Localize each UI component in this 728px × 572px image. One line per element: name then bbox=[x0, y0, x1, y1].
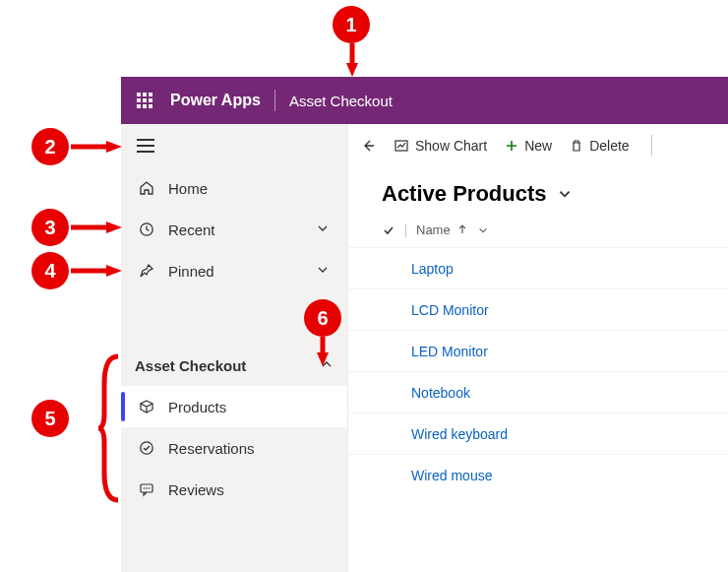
table-row[interactable]: LED Monitor bbox=[348, 330, 728, 371]
sort-up-icon bbox=[457, 224, 467, 234]
check-icon[interactable] bbox=[382, 223, 395, 237]
table-row[interactable]: Wired mouse bbox=[348, 454, 728, 495]
chevron-down-icon bbox=[557, 186, 573, 202]
brace-icon bbox=[96, 354, 120, 502]
waffle-icon bbox=[137, 93, 152, 108]
app-header: Power Apps Asset Checkout bbox=[121, 77, 728, 124]
callout-6: 6 bbox=[304, 299, 341, 337]
sidebar-item-home[interactable]: Home bbox=[121, 167, 347, 209]
arrow-left-icon bbox=[360, 138, 376, 154]
trash-icon bbox=[570, 139, 583, 153]
app-launcher-button[interactable] bbox=[121, 77, 168, 124]
app-window: Power Apps Asset Checkout Home Rec bbox=[121, 77, 728, 572]
sidebar-item-label: Recent bbox=[168, 222, 215, 238]
svg-point-3 bbox=[144, 487, 146, 489]
sidebar-item-label: Home bbox=[168, 180, 208, 197]
table-row[interactable]: Wired keyboard bbox=[348, 413, 728, 454]
hamburger-button[interactable] bbox=[137, 139, 154, 153]
brand-label: Power Apps bbox=[168, 92, 273, 109]
callout-2: 2 bbox=[31, 128, 69, 165]
view-title-label: Active Products bbox=[382, 181, 547, 207]
show-chart-button[interactable]: Show Chart bbox=[394, 138, 487, 154]
arrow-right-icon bbox=[71, 141, 122, 153]
svg-marker-8 bbox=[346, 63, 358, 77]
chevron-down-icon bbox=[316, 263, 334, 280]
delete-button[interactable]: Delete bbox=[570, 138, 629, 154]
sidebar-item-pinned[interactable]: Pinned bbox=[121, 250, 347, 291]
sidebar-item-label: Reviews bbox=[168, 481, 224, 498]
arrow-right-icon bbox=[71, 222, 122, 233]
sidebar-item-label: Pinned bbox=[168, 263, 214, 280]
chevron-down-icon[interactable] bbox=[477, 224, 489, 236]
column-header-row: Name bbox=[348, 217, 728, 247]
clock-icon bbox=[135, 222, 158, 237]
arrow-down-icon bbox=[346, 43, 358, 77]
svg-marker-10 bbox=[106, 141, 122, 153]
chevron-down-icon bbox=[316, 222, 334, 238]
callout-5: 5 bbox=[31, 400, 69, 437]
sidebar-item-reviews[interactable]: Reviews bbox=[121, 469, 347, 510]
pin-icon bbox=[135, 263, 158, 279]
sidebar-group-asset-checkout[interactable]: Asset Checkout bbox=[121, 345, 347, 386]
plus-icon bbox=[505, 139, 518, 153]
callout-3: 3 bbox=[31, 209, 69, 246]
data-grid: Laptop LCD Monitor LED Monitor Notebook … bbox=[348, 247, 728, 495]
command-label: Delete bbox=[589, 138, 629, 154]
home-icon bbox=[135, 180, 158, 196]
chart-icon bbox=[394, 138, 409, 154]
callout-4: 4 bbox=[31, 252, 69, 289]
check-circle-icon bbox=[135, 440, 158, 456]
sidebar-item-reservations[interactable]: Reservations bbox=[121, 427, 347, 469]
arrow-down-icon bbox=[317, 337, 329, 366]
sidebar-item-products[interactable]: Products bbox=[121, 386, 347, 427]
content-area: Show Chart New Delete Active Products bbox=[347, 124, 728, 572]
cube-icon bbox=[135, 399, 158, 414]
command-divider bbox=[651, 135, 652, 157]
sidebar-item-recent[interactable]: Recent bbox=[121, 209, 347, 250]
command-bar: Show Chart New Delete bbox=[348, 124, 728, 167]
header-divider bbox=[274, 90, 275, 111]
sidebar: Home Recent Pinned bbox=[121, 124, 347, 572]
table-row[interactable]: Notebook bbox=[348, 371, 728, 413]
chat-icon bbox=[135, 481, 158, 497]
svg-marker-14 bbox=[106, 265, 122, 277]
svg-marker-16 bbox=[317, 352, 329, 366]
main-area: Home Recent Pinned bbox=[121, 124, 728, 572]
svg-point-4 bbox=[146, 487, 148, 489]
back-button[interactable] bbox=[360, 138, 376, 154]
sidebar-group-label: Asset Checkout bbox=[135, 357, 246, 374]
svg-marker-12 bbox=[106, 222, 122, 233]
column-name[interactable]: Name bbox=[416, 222, 467, 237]
new-button[interactable]: New bbox=[505, 138, 552, 154]
table-row[interactable]: LCD Monitor bbox=[348, 288, 728, 330]
app-name-label: Asset Checkout bbox=[281, 93, 400, 109]
sidebar-item-label: Products bbox=[168, 399, 226, 415]
callout-1: 1 bbox=[333, 6, 370, 43]
sidebar-item-label: Reservations bbox=[168, 440, 255, 457]
svg-point-5 bbox=[149, 487, 151, 489]
table-row[interactable]: Laptop bbox=[348, 247, 728, 288]
view-title[interactable]: Active Products bbox=[382, 181, 573, 207]
command-label: New bbox=[524, 138, 552, 154]
svg-point-1 bbox=[141, 442, 152, 454]
arrow-right-icon bbox=[71, 265, 122, 277]
command-label: Show Chart bbox=[415, 138, 487, 154]
